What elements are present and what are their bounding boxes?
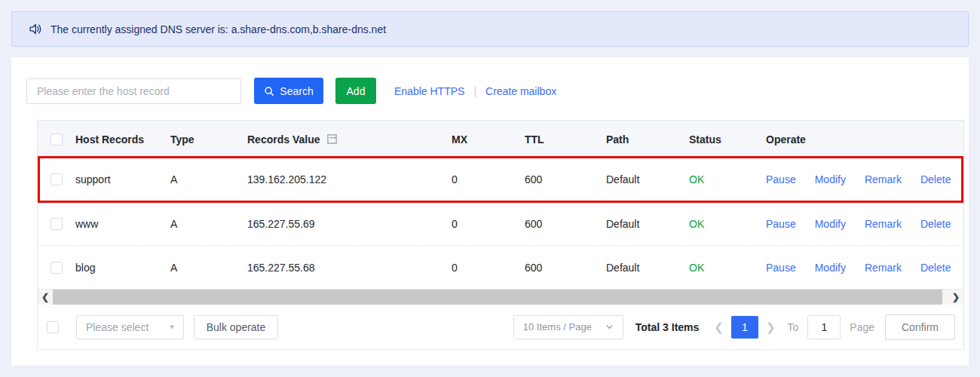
type-cell: A [170, 218, 247, 230]
pause-link[interactable]: Pause [766, 262, 796, 274]
create-mailbox-link[interactable]: Create mailbox [485, 85, 556, 97]
pagination: 10 Items / Page Total 3 Items ❮ 1 ❯ To P… [513, 314, 955, 340]
add-button[interactable]: Add [335, 78, 376, 104]
records-table: Host Records Type Records Value MX TTL P… [37, 120, 964, 350]
goto-to-label: To [788, 321, 799, 333]
host-record-cell: blog [75, 262, 170, 274]
modify-link[interactable]: Modify [815, 173, 846, 185]
path-cell: Default [606, 262, 689, 274]
confirm-button[interactable]: Confirm [885, 314, 955, 340]
records-value-cell: 139.162.205.122 [247, 173, 452, 185]
col-ttl: TTL [525, 133, 606, 146]
col-records-value-label: Records Value [247, 133, 320, 146]
col-mx: MX [452, 133, 525, 146]
type-cell: A [170, 173, 247, 185]
records-value-cell: 165.227.55.69 [247, 218, 452, 230]
search-button-label: Search [280, 85, 313, 97]
bulk-action-select[interactable]: Please select ▾ [76, 315, 184, 339]
row-checkbox[interactable] [51, 262, 63, 274]
mx-cell: 0 [452, 262, 525, 274]
ttl-cell: 600 [525, 173, 606, 185]
goto-page-input[interactable] [807, 315, 841, 339]
chevron-down-icon: ▾ [170, 322, 174, 332]
enable-https-link[interactable]: Enable HTTPS [394, 85, 464, 97]
table-footer: Please select ▾ Bulk operate 10 Items / … [38, 305, 963, 349]
remark-link[interactable]: Remark [865, 262, 902, 274]
announcement-speaker-icon [28, 22, 42, 36]
prev-page-icon[interactable]: ❮ [706, 320, 731, 334]
search-icon [264, 86, 274, 97]
current-page-button[interactable]: 1 [731, 316, 758, 339]
mx-cell: 0 [452, 173, 525, 185]
dns-records-page: The currently assigned DNS server is: a.… [0, 0, 980, 377]
col-operate: Operate [766, 133, 963, 146]
table-row-support[interactable]: support A 139.162.205.122 0 600 Default … [38, 158, 963, 201]
mx-cell: 0 [452, 218, 525, 230]
modify-link[interactable]: Modify [815, 218, 846, 230]
host-record-search-input[interactable] [26, 78, 241, 104]
host-record-cell: www [75, 218, 170, 230]
row-checkbox[interactable] [51, 218, 63, 230]
scroll-left-icon[interactable]: ❮ [38, 290, 53, 305]
col-type: Type [170, 133, 247, 146]
col-path: Path [606, 133, 689, 146]
banner-text: The currently assigned DNS server is: a.… [51, 23, 386, 35]
type-cell: A [170, 262, 247, 274]
dns-server-banner: The currently assigned DNS server is: a.… [11, 11, 969, 47]
goto-page-label: Page [850, 321, 874, 333]
remark-link[interactable]: Remark [865, 218, 902, 230]
table-row-www[interactable]: www A 165.227.55.69 0 600 Default OK Pau… [38, 201, 963, 245]
delete-link[interactable]: Delete [920, 262, 951, 274]
next-page-icon[interactable]: ❯ [758, 320, 783, 334]
path-cell: Default [606, 218, 689, 230]
records-panel: Search Add Enable HTTPS | Create mailbox… [11, 57, 969, 366]
delete-link[interactable]: Delete [920, 218, 951, 230]
records-value-display-icon[interactable] [326, 133, 338, 145]
remark-link[interactable]: Remark [865, 173, 902, 185]
chevron-down-icon [605, 323, 614, 331]
bulk-select-checkbox[interactable] [47, 321, 59, 333]
total-items-label: Total 3 Items [635, 321, 700, 333]
scroll-right-icon[interactable]: ❯ [948, 290, 963, 305]
search-button[interactable]: Search [254, 78, 323, 104]
ttl-cell: 600 [525, 218, 606, 230]
link-divider: | [473, 85, 476, 97]
ttl-cell: 600 [525, 262, 606, 274]
items-per-page-value: 10 Items / Page [523, 321, 592, 333]
bulk-action-select-value: Please select [86, 321, 149, 333]
col-status: Status [689, 133, 766, 146]
col-records-value: Records Value [247, 133, 452, 146]
records-value-cell: 165.227.55.68 [247, 262, 452, 274]
delete-link[interactable]: Delete [920, 173, 951, 185]
select-all-checkbox[interactable] [51, 133, 63, 146]
status-cell: OK [689, 173, 766, 185]
table-row-blog[interactable]: blog A 165.227.55.68 0 600 Default OK Pa… [38, 245, 963, 289]
table-header-row: Host Records Type Records Value MX TTL P… [38, 121, 963, 158]
scrollbar-thumb[interactable] [53, 290, 942, 305]
modify-link[interactable]: Modify [815, 262, 846, 274]
col-host-records: Host Records [75, 133, 170, 146]
pause-link[interactable]: Pause [766, 218, 796, 230]
host-record-cell: support [75, 173, 170, 185]
status-cell: OK [689, 218, 766, 230]
status-cell: OK [689, 262, 766, 274]
row-checkbox[interactable] [51, 173, 63, 185]
toolbar: Search Add Enable HTTPS | Create mailbox [26, 78, 954, 104]
items-per-page-select[interactable]: 10 Items / Page [513, 315, 623, 339]
horizontal-scrollbar[interactable]: ❮ ❯ [38, 289, 963, 305]
pause-link[interactable]: Pause [766, 173, 796, 185]
path-cell: Default [606, 173, 689, 185]
bulk-operate-button[interactable]: Bulk operate [194, 315, 278, 339]
